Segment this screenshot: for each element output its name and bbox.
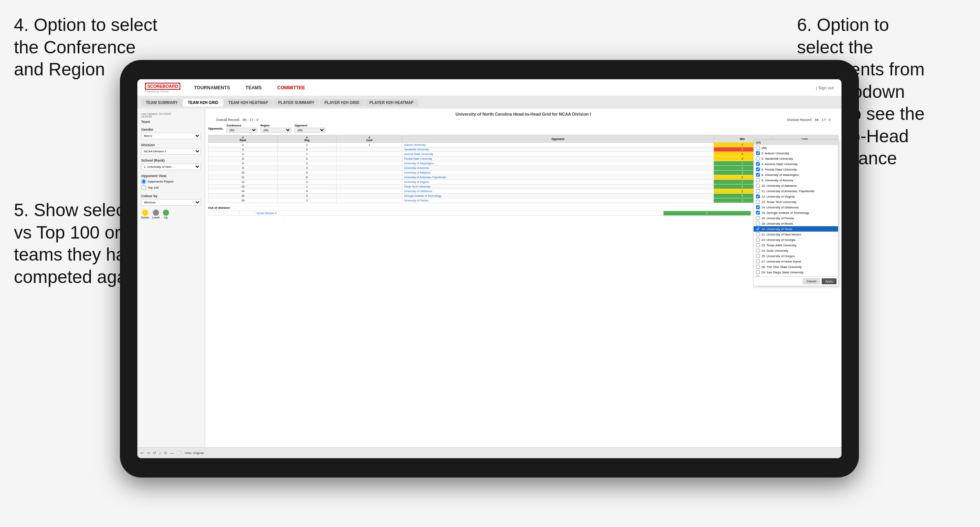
dropdown-item[interactable]: 9. University of Arizona	[754, 177, 838, 183]
opponents-filter-label: Opponents:	[208, 127, 223, 130]
cell-opponent: Vanderbilt University	[402, 147, 713, 152]
cell-opponent: Texas Tech University	[402, 184, 713, 189]
gender-select[interactable]: Men's	[141, 133, 201, 139]
cell-conf	[336, 189, 402, 194]
cell-conf	[336, 175, 402, 180]
conference-label: Conference	[226, 124, 257, 127]
conference-select[interactable]: (All)	[226, 128, 257, 133]
cell-rank: 9	[209, 166, 278, 171]
dropdown-list[interactable]: (All) 2. Auburn University 3. Vanderbilt…	[754, 145, 838, 276]
dropdown-item[interactable]: 18. University of Illinois	[754, 221, 838, 226]
table-row: 13 1 Texas Tech University 3 0	[209, 184, 838, 189]
table-area: University of North Carolina Head-to-Hea…	[205, 109, 841, 447]
sub-nav: TEAM SUMMARY TEAM H2H GRID TEAM H2H HEAT…	[137, 96, 841, 109]
tab-player-h2h-grid[interactable]: PLAYER H2H GRID	[320, 99, 364, 106]
home-icon[interactable]: ⌂	[159, 451, 161, 455]
redo-icon[interactable]: ↪	[147, 451, 150, 455]
dropdown-item[interactable]: 27. University of Notre Dame	[754, 259, 838, 264]
cell-rank: 2	[209, 143, 278, 147]
tab-player-h2h-heatmap[interactable]: PLAYER H2H HEATMAP	[365, 99, 418, 106]
cell-opponent: Georgia Institute of Technology	[402, 194, 713, 198]
dropdown-item[interactable]: 2. Auburn University	[754, 150, 838, 156]
radio-top100[interactable]: Top 100	[141, 185, 201, 190]
dropdown-item[interactable]: 29. San Diego State University	[754, 269, 838, 275]
tab-team-summary[interactable]: TEAM SUMMARY	[141, 99, 182, 106]
view-label: View: Original	[185, 451, 204, 455]
cell-rank: 10	[209, 171, 278, 175]
table-row: 2 1 1 Auburn University 2 1	[209, 143, 838, 147]
dropdown-item[interactable]: 8. University of Washington	[754, 172, 838, 177]
radio-opponents-played[interactable]: Opponents Played	[141, 179, 201, 184]
dropdown-item[interactable]: 6. Florida State University	[754, 167, 838, 172]
nav-committee[interactable]: COMMITTEE	[275, 85, 307, 90]
cell-conf	[336, 166, 402, 171]
cell-reg: 2	[277, 147, 336, 152]
undo-icon[interactable]: ↩	[140, 451, 144, 455]
cell-conf	[336, 157, 402, 161]
dropdown-item[interactable]: 20. University of Texas	[754, 226, 838, 232]
dropdown-item[interactable]: 15. Georgia Institute of Technology	[754, 210, 838, 215]
dropdown-item[interactable]: 3. Vanderbilt University	[754, 156, 838, 161]
nav-bar: SCOREBOARD Powered by School TOURNAMENTS…	[137, 79, 841, 96]
out-of-division: Out of division NCAA Division II 1 0	[208, 206, 838, 216]
cell-conf	[336, 147, 402, 152]
sidebar: Last Updated: 4/17/2024 16:55:38 Team Ge…	[137, 109, 205, 447]
cell-rank: 6	[209, 157, 278, 161]
data-table: #Rank #Reg #Conf Opponent Win Loss 2 1 1…	[208, 135, 838, 203]
cell-opponent: Florida State University	[402, 157, 713, 161]
division-select[interactable]: NCAA Division I	[141, 148, 201, 155]
dropdown-item[interactable]: 16. University of Florida	[754, 215, 838, 221]
tab-h2h-heatmap[interactable]: TEAM H2H HEATMAP	[224, 99, 273, 106]
school-select[interactable]: 1. University of Nort...	[141, 164, 201, 170]
opponent-view-label: Opponent View	[141, 174, 201, 178]
cell-opponent: University of Washington	[402, 161, 713, 166]
cancel-button[interactable]: Cancel	[803, 278, 820, 284]
refresh-icon[interactable]: ↺	[153, 451, 156, 455]
cell-reg: 3	[277, 166, 336, 171]
dropdown-item[interactable]: 21. University of New Mexico	[754, 232, 838, 237]
nav-signout[interactable]: | Sign out	[816, 85, 834, 90]
radio-group: Opponents Played Top 100	[141, 179, 201, 190]
opponent-select[interactable]: (All)	[294, 128, 325, 133]
tab-h2h-grid[interactable]: TEAM H2H GRID	[183, 99, 223, 106]
color-legend: Down Level Up	[141, 210, 201, 219]
dropdown-item[interactable]: 4. Arizona State University	[754, 161, 838, 167]
dropdown-item[interactable]: 24. Duke University	[754, 248, 838, 253]
copy-icon[interactable]: ⎘	[164, 451, 167, 455]
dropdown-item[interactable]: 14. University of Oklahoma	[754, 205, 838, 210]
cell-reg: 4	[277, 194, 336, 198]
nav-teams[interactable]: TEAMS	[244, 85, 264, 90]
dropdown-item[interactable]: 23. Texas A&M University	[754, 242, 838, 248]
dropdown-item[interactable]: 13. Texas Tech University	[754, 199, 838, 205]
dropdown-item[interactable]: 10. University of Alabama	[754, 183, 838, 188]
colour-by-section: Colour by Win/loss	[141, 194, 201, 206]
dropdown-item[interactable]: 28. The Ohio State University	[754, 264, 838, 269]
cell-conf	[336, 194, 402, 198]
dropdown-item[interactable]: 11. University of Arkansas, Fayetteville	[754, 188, 838, 194]
cell-conf	[336, 198, 402, 203]
tab-player-summary[interactable]: PLAYER SUMMARY	[274, 99, 319, 106]
clock-icon[interactable]: 🕐	[177, 451, 181, 455]
nav-tournaments[interactable]: TOURNAMENTS	[192, 85, 232, 90]
cell-rank: 14	[209, 189, 278, 194]
dropdown-item[interactable]: 22. University of Georgia	[754, 237, 838, 242]
dropdown-header: (All)	[754, 140, 838, 145]
cell-conf	[336, 171, 402, 175]
region-select[interactable]: (All)	[260, 128, 291, 133]
nav-items: TOURNAMENTS TEAMS COMMITTEE	[192, 85, 307, 90]
legend-level-label: Level	[152, 216, 159, 219]
cell-opponent: University of Oklahoma	[402, 189, 713, 194]
dropdown-item[interactable]: (All)	[754, 145, 838, 150]
opponent-filter-label: Opponent	[294, 124, 325, 127]
opponent-dropdown[interactable]: (All) (All) 2. Auburn University 3. Vand…	[753, 140, 838, 286]
cell-opponent: Arizona State University	[402, 152, 713, 157]
table-row: 10 5 University of Alabama 3 0	[209, 171, 838, 175]
table-body: 2 1 1 Auburn University 2 1 3 2 Vanderbi…	[209, 143, 838, 203]
colour-by-select[interactable]: Win/loss	[141, 199, 201, 206]
minus-icon[interactable]: —	[170, 451, 174, 455]
cell-opponent: University of Alabama	[402, 171, 713, 175]
dropdown-item[interactable]: 12. University of Virginia	[754, 194, 838, 199]
region-filter: Region (All)	[260, 124, 291, 133]
apply-button[interactable]: Apply	[822, 278, 836, 284]
dropdown-item[interactable]: 25. University of Oregon	[754, 253, 838, 259]
